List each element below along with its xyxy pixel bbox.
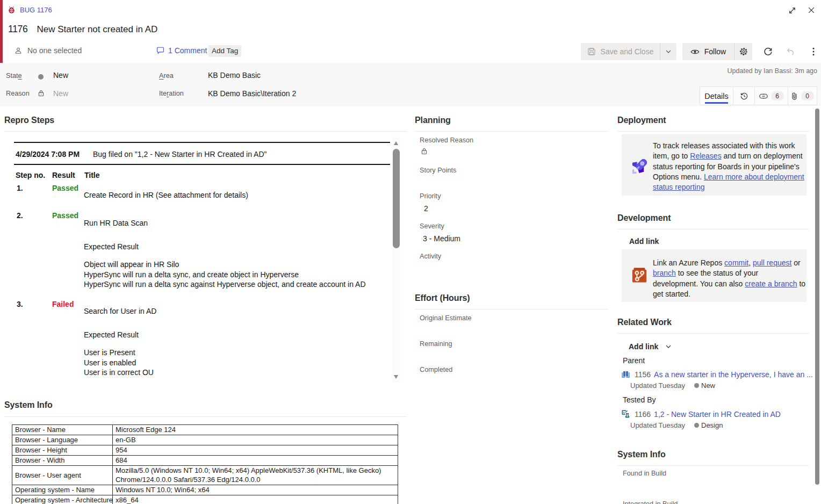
step-title: Search for User in AD [84,307,156,315]
inline-link[interactable]: Learn more about deployment [704,172,804,181]
inline-link[interactable]: commit [724,258,748,267]
related-item-state: Design [701,421,723,429]
development-info-text: Link an Azure Repos commit, pull request… [653,258,805,299]
close-icon[interactable] [805,4,818,16]
system-info-row: Browser - NameMicrosoft Edge 124 [12,425,398,435]
divider [14,142,390,143]
window-controls [786,4,818,16]
save-options-chevron[interactable] [660,48,676,55]
related-item-row: 1156As a new starter in the Hyperverse, … [622,370,813,379]
expected-line: User is enabled [84,358,136,367]
related-item-link[interactable]: As a new starter in the Hyperverse, I ha… [654,370,813,379]
related-item-link[interactable]: 1,2 - New Starter in HR Created in AD [654,410,781,419]
iteration-field-value[interactable]: KB Demo Basic\Iteration 2 [208,89,296,98]
inline-link[interactable]: create a branch [745,279,797,288]
system-info-row: Browser - Languageen-GB [12,435,398,445]
inline-link[interactable]: status reporting [653,183,705,191]
effort-heading: Effort (Hours) [415,293,470,303]
work-item-title-input[interactable]: New Starter not created in AD [37,24,157,35]
test-case-icon [622,410,630,418]
page-scrollbar-thumb[interactable] [815,109,819,485]
step-number: 3. [17,300,23,308]
text-line: status reporting [653,182,804,192]
save-and-close-label: Save and Close [601,47,654,56]
deployment-info-box: To track releases associated with this w… [622,134,806,196]
lock-icon [421,148,427,155]
section-rule [617,229,809,229]
repro-steps-content[interactable]: 4/29/2024 7:08 PM Bug filed on "1,2 - Ne… [14,137,390,383]
severity-value[interactable]: 3 - Medium [423,234,460,243]
inline-text: item, go to [653,152,690,160]
scroll-up-arrow-icon[interactable] [394,141,398,145]
system-info-row: Browser - Width684 [12,456,398,466]
expected-result-label: Expected Result [84,330,139,339]
inline-link[interactable]: pull request [753,258,791,267]
related-add-link-button[interactable]: Add link [629,342,672,351]
expected-line: User is Present [84,348,135,357]
repro-steps-heading: Repro Steps [4,116,54,125]
development-heading: Development [617,213,671,223]
related-group-parent: Parent [623,356,645,365]
follow-button[interactable]: Follow [682,47,734,56]
tab-details[interactable]: Details [700,87,733,105]
system-info-table: Browser - NameMicrosoft Edge 124Browser … [12,424,398,504]
scroll-down-arrow-icon[interactable] [394,375,398,379]
inline-link[interactable]: branch [653,269,676,277]
system-info-row: Operating system - Architecturex86_64 [12,495,398,504]
follow-label: Follow [704,47,726,56]
repro-filed-date: 4/29/2024 7:08 PM [16,150,80,159]
inline-text: development. You can also [653,279,745,288]
system-info-value: 684 [113,456,398,466]
related-item-meta: Updated Tuesday [630,421,685,429]
found-in-build-label: Found in Build [623,470,666,477]
state-dot [694,383,699,388]
section-rule [415,131,608,132]
area-field-value[interactable]: KB Demo Basic [208,71,261,80]
step-number: 1. [17,184,23,192]
tab-history[interactable] [733,87,754,105]
inline-text: or [791,258,800,267]
priority-value[interactable]: 2 [424,204,428,213]
deployment-info-text: To track releases associated with this w… [653,141,804,192]
tab-attachments[interactable]: 0 [788,87,817,105]
tab-strip: Details 6 [700,87,817,105]
repro-filed-text: Bug filed on "1,2 - New Starter in HR Cr… [93,150,267,159]
rocket-icon [631,158,648,175]
inline-text: , [748,258,753,267]
state-field-value[interactable]: New [53,71,68,80]
refresh-icon[interactable] [759,43,776,60]
left-column: Repro Steps 4/29/2024 7:08 PM Bug filed … [4,106,407,504]
reason-field-label: Reason [6,90,30,97]
lock-icon [38,90,44,97]
work-item-type-row: BUG 1176 [8,5,52,15]
toolbar: Save and Close Follow [0,43,821,60]
development-add-link-button[interactable]: Add link [629,237,659,246]
system-info-key: Operating system - Name [12,485,113,495]
system-info-row: Operating system - NameWindows NT 10.0; … [12,485,398,495]
work-item-type-link[interactable]: BUG 1176 [20,6,52,14]
gear-icon [739,47,748,56]
planning-heading: Planning [415,116,451,125]
system-info-heading: System Info [4,400,53,410]
more-actions-kebab-icon[interactable] [805,43,821,60]
undo-icon[interactable] [782,43,799,60]
text-line: Link an Azure Repos commit, pull request… [653,258,805,268]
section-rule [415,309,608,309]
integrated-in-build-label: Integrated in Build [623,500,678,504]
expected-result-label: Expected Result [84,242,139,251]
repro-scrollbar-thumb[interactable] [393,149,400,248]
updated-status: Updated by Ian Bassi: 3m ago [728,67,817,75]
save-and-close-button[interactable]: Save and Close [581,47,660,56]
repro-scrollbar[interactable] [392,137,400,383]
planning-column: Planning Resolved Reason Story Points Pr… [415,106,608,504]
inline-text: status reporting for Boards in your pipe… [653,162,800,171]
text-line: To track releases associated with this w… [653,141,804,151]
maximize-icon[interactable] [786,4,798,16]
tab-links[interactable]: 6 [754,87,788,105]
notification-settings-gear-icon[interactable] [734,47,752,56]
page-scrollbar[interactable] [815,109,819,485]
area-field-label: Area [159,72,174,80]
repro-col-result: Result [52,171,75,179]
inline-link[interactable]: Releases [690,152,721,160]
save-and-close-split-button: Save and Close [581,43,676,60]
